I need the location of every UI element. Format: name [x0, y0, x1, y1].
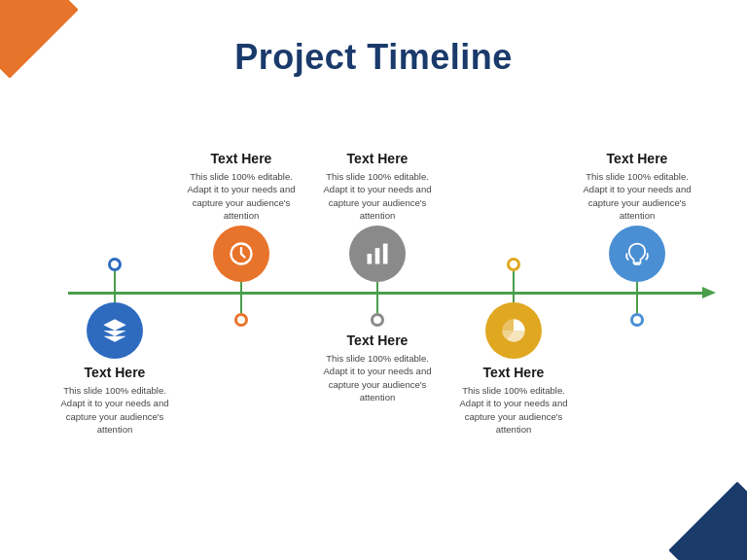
item-2-dot — [234, 313, 248, 327]
item-5-icon — [609, 226, 665, 282]
timeline-item-5: Text Here This slide 100% editable. Adap… — [579, 151, 695, 404]
page-title: Project Timeline — [0, 0, 747, 78]
item-5-title: Text Here — [579, 151, 695, 166]
svg-rect-2 — [375, 248, 380, 263]
item-4-text-above — [455, 151, 572, 258]
svg-rect-3 — [383, 244, 388, 264]
item-4-icon — [485, 302, 542, 359]
item-2-stem — [240, 282, 242, 313]
timeline-items: Text Here This slide 100% editable. Adap… — [39, 151, 708, 442]
item-3-desc: This slide 100% editable. Adapt it to yo… — [319, 170, 436, 222]
item-3-icon — [349, 226, 406, 282]
corner-bottom-right-decoration — [669, 482, 747, 560]
item-5-stem — [636, 282, 638, 313]
item-4-title: Text Here — [455, 365, 572, 380]
item-1-stem — [114, 271, 116, 302]
item-2-desc: This slide 100% editable. Adapt it to yo… — [183, 170, 300, 222]
item-3-text-above: Text Here This slide 100% editable. Adap… — [319, 151, 436, 222]
svg-rect-4 — [634, 263, 641, 265]
item-1-text-below: Text Here This slide 100% editable. Adap… — [56, 365, 173, 436]
timeline-area: Text Here This slide 100% editable. Adap… — [39, 151, 708, 442]
item-2-text-above: Text Here This slide 100% editable. Adap… — [183, 151, 300, 222]
item-4-dot — [507, 258, 520, 271]
item-1-desc: This slide 100% editable. Adapt it to yo… — [56, 384, 173, 436]
item-2-title: Text Here — [183, 151, 300, 166]
item-3-desc-below: This slide 100% editable. Adapt it to yo… — [319, 352, 436, 403]
item-4-text-below: Text Here This slide 100% editable. Adap… — [455, 365, 572, 436]
item-5-dot — [630, 313, 644, 327]
slide: Project Timeline Text Here This slide 10… — [0, 0, 747, 560]
timeline-item-2: Text Here This slide 100% editable. Adap… — [183, 151, 300, 404]
item-1-dot — [108, 258, 122, 271]
item-3-title-below: Text Here — [319, 332, 436, 348]
item-1-icon — [87, 302, 143, 359]
item-5-desc: This slide 100% editable. Adapt it to yo… — [579, 170, 695, 222]
item-3-title: Text Here — [319, 151, 436, 166]
item-2-icon — [213, 226, 269, 282]
corner-top-left-decoration — [0, 0, 78, 78]
item-1-title: Text Here — [56, 365, 173, 380]
item-3-text-below: Text Here This slide 100% editable. Adap… — [319, 332, 436, 403]
timeline-line — [68, 292, 708, 295]
item-3-stem — [376, 282, 378, 313]
item-3-dot — [371, 313, 384, 327]
item-5-text-above: Text Here This slide 100% editable. Adap… — [579, 151, 695, 222]
item-1-text-above — [56, 151, 173, 258]
svg-rect-1 — [368, 254, 373, 264]
item-4-desc: This slide 100% editable. Adapt it to yo… — [455, 384, 572, 436]
timeline-item-3: Text Here This slide 100% editable. Adap… — [319, 151, 436, 403]
item-4-stem — [513, 271, 515, 302]
